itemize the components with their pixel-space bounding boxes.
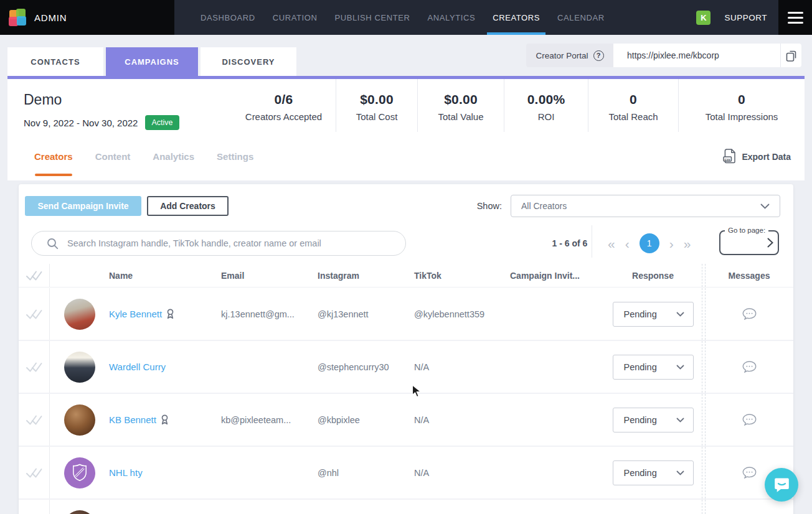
creator-name-link[interactable]: Kyle Bennett bbox=[109, 309, 162, 319]
creator-portal-group: Creator Portal ? https://pixlee.me/kbcor… bbox=[526, 44, 801, 67]
creator-avatar[interactable] bbox=[64, 457, 95, 488]
nav-analytics[interactable]: ANALYTICS bbox=[428, 0, 476, 35]
chevron-down-icon bbox=[760, 203, 770, 209]
ambassador-badge-icon bbox=[166, 309, 174, 319]
nav-support[interactable]: SUPPORT bbox=[724, 13, 767, 22]
row-select-checkmark[interactable] bbox=[19, 288, 50, 340]
creator-email: kj.13ennett@gm... bbox=[221, 288, 318, 340]
double-check-icon bbox=[26, 467, 42, 479]
first-page-button[interactable]: « bbox=[608, 237, 615, 250]
show-filter-group: Show: All Creators bbox=[477, 195, 780, 217]
creator-avatar[interactable] bbox=[64, 352, 95, 383]
nav-publish-center[interactable]: PUBLISH CENTER bbox=[334, 0, 410, 35]
creator-instagram: @stephencurry30 bbox=[318, 341, 408, 393]
stat-value: 0 bbox=[630, 92, 637, 107]
stat-total-value: $0.00Total Value bbox=[417, 79, 504, 132]
nav-curation[interactable]: CURATION bbox=[273, 0, 318, 35]
add-creators-button[interactable]: Add Creators bbox=[147, 196, 229, 216]
stat-total-cost: $0.00Total Cost bbox=[336, 79, 417, 132]
response-dropdown[interactable]: Pending bbox=[613, 355, 694, 380]
creator-tiktok: N/A bbox=[408, 341, 486, 393]
creator-name-link[interactable]: NHL hty bbox=[109, 467, 143, 478]
tab-contacts[interactable]: CONTACTS bbox=[7, 47, 103, 76]
creator-email bbox=[221, 341, 318, 393]
goto-page-submit[interactable] bbox=[767, 238, 773, 248]
row-select-checkmark[interactable] bbox=[19, 447, 50, 498]
creator-name-link[interactable]: Wardell Curry bbox=[109, 362, 166, 372]
stat-label: Total Value bbox=[438, 111, 483, 122]
avatar-column-header bbox=[50, 264, 109, 287]
tab-settings[interactable]: Settings bbox=[217, 151, 253, 162]
tab-analytics[interactable]: Analytics bbox=[153, 151, 194, 162]
pixlee-logo-icon bbox=[9, 9, 26, 26]
campaign-invite-cell bbox=[486, 288, 604, 340]
tab-discovery[interactable]: DISCOVERY bbox=[201, 47, 296, 76]
message-bubble-icon[interactable] bbox=[742, 467, 757, 479]
tab-creators[interactable]: Creators bbox=[34, 151, 73, 162]
nav-creators[interactable]: CREATORS bbox=[493, 0, 540, 35]
row-select-checkmark[interactable] bbox=[19, 394, 50, 446]
nav-calendar[interactable]: CALENDAR bbox=[557, 0, 605, 35]
creator-name-link[interactable]: KB Bennett bbox=[109, 414, 156, 425]
response-dropdown[interactable]: Pending bbox=[613, 408, 694, 432]
current-page-button[interactable]: 1 bbox=[640, 233, 659, 253]
goto-page-input[interactable] bbox=[724, 234, 760, 251]
hamburger-menu-icon[interactable] bbox=[778, 0, 812, 35]
creator-email bbox=[221, 500, 318, 514]
portal-url-field[interactable]: https://pixlee.me/kbcorp bbox=[613, 44, 780, 67]
export-data-label: Export Data bbox=[742, 151, 791, 161]
campaign-invite-cell bbox=[486, 500, 604, 514]
creator-avatar[interactable] bbox=[64, 510, 95, 514]
message-bubble-icon[interactable] bbox=[742, 308, 757, 320]
row-select-checkmark[interactable] bbox=[19, 500, 50, 514]
message-bubble-icon[interactable] bbox=[742, 361, 757, 373]
tab-campaigns[interactable]: CAMPAIGNS bbox=[106, 47, 198, 76]
campaign-info: Demo Nov 9, 2022 - Nov 30, 2022 Active bbox=[24, 91, 179, 130]
brand[interactable]: ADMIN bbox=[0, 0, 174, 35]
response-dropdown[interactable]: Pending bbox=[613, 302, 694, 327]
creator-avatar[interactable] bbox=[64, 299, 95, 330]
response-dropdown[interactable]: Pending bbox=[613, 460, 694, 485]
stat-value: 0/6 bbox=[275, 92, 293, 107]
campaign-date-range: Nov 9, 2022 - Nov 30, 2022 bbox=[24, 118, 138, 128]
row-select-checkmark[interactable] bbox=[19, 341, 50, 393]
pagination-divider bbox=[592, 225, 592, 258]
creator-email: kb@pixleeteam... bbox=[221, 394, 318, 446]
creator-avatar[interactable] bbox=[64, 404, 95, 436]
creator-filter-dropdown[interactable]: All Creators bbox=[511, 195, 780, 217]
export-data-button[interactable]: csv Export Data bbox=[723, 149, 791, 164]
stat-creators-accepted: 0/6Creators Accepted bbox=[232, 79, 336, 132]
csv-file-icon: csv bbox=[723, 149, 736, 164]
message-bubble-icon[interactable] bbox=[742, 414, 757, 426]
tab-content[interactable]: Content bbox=[95, 151, 131, 162]
nav-right: K SUPPORT bbox=[696, 0, 778, 35]
chat-widget-button[interactable] bbox=[765, 468, 798, 502]
user-avatar[interactable]: K bbox=[696, 11, 710, 25]
select-all-checkmark[interactable] bbox=[19, 264, 50, 287]
col-tiktok: TikTok bbox=[408, 264, 486, 287]
stat-label: Total Reach bbox=[608, 111, 658, 122]
stat-total-impressions: 0Total Impressions bbox=[678, 79, 805, 132]
response-value: Pending bbox=[624, 415, 657, 425]
prev-page-button[interactable]: ‹ bbox=[625, 237, 630, 250]
send-campaign-invite-button[interactable]: Send Campaign Invite bbox=[25, 196, 141, 216]
top-nav: ADMIN DASHBOARD CURATION PUBLISH CENTER … bbox=[0, 0, 812, 35]
search-input[interactable] bbox=[67, 238, 394, 248]
col-campaign-invite: Campaign Invit... bbox=[486, 264, 604, 287]
col-name: Name bbox=[109, 264, 221, 287]
copy-url-button[interactable] bbox=[780, 44, 801, 67]
last-page-button[interactable]: » bbox=[684, 237, 691, 250]
table-row: KB Bennett kb@pixleeteam... @kbpixlee N/… bbox=[19, 394, 793, 447]
creator-tiktok: N/A bbox=[408, 394, 486, 446]
ambassador-badge-icon bbox=[161, 414, 169, 425]
pager: « ‹ 1 › » bbox=[608, 231, 691, 256]
nav-dashboard[interactable]: DASHBOARD bbox=[201, 0, 255, 35]
goto-page-box: Go to page: bbox=[719, 230, 779, 255]
double-check-icon bbox=[26, 414, 42, 426]
campaign-header: Demo Nov 9, 2022 - Nov 30, 2022 Active 0… bbox=[7, 79, 805, 180]
next-page-button[interactable]: › bbox=[669, 237, 674, 250]
stat-value: 0.00% bbox=[527, 92, 565, 107]
double-check-icon bbox=[26, 362, 42, 373]
help-icon[interactable]: ? bbox=[593, 50, 604, 61]
copy-icon bbox=[785, 49, 797, 62]
